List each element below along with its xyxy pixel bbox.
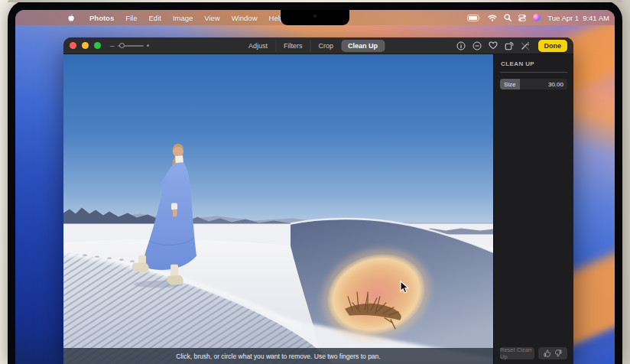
photo-canvas[interactable]: Click, brush, or circle what you want to…	[63, 54, 493, 364]
macbook-lid-edge	[8, 0, 622, 2]
menu-item-file[interactable]: File	[125, 14, 137, 22]
siri-icon[interactable]	[533, 14, 541, 21]
status-date: Tue Apr 1	[547, 14, 579, 22]
window-titlebar: – Adjust Filters Crop Clean Up	[63, 37, 573, 54]
display-notch	[281, 10, 349, 25]
wifi-icon[interactable]	[488, 15, 497, 21]
control-center-icon[interactable]	[518, 15, 526, 21]
menu-item-edit[interactable]: Edit	[149, 14, 161, 22]
apple-menu-icon[interactable]	[67, 13, 76, 22]
favorite-heart-icon[interactable]	[489, 41, 498, 50]
menu-item-view[interactable]: View	[204, 14, 219, 22]
zoom-slider-track[interactable]	[118, 45, 144, 47]
menu-item-photos[interactable]: Photos	[89, 14, 114, 22]
rotate-icon[interactable]	[505, 41, 514, 50]
tab-adjust[interactable]: Adjust	[241, 40, 276, 52]
brush-size-slider[interactable]: Size 30.00	[500, 79, 567, 89]
close-window-button[interactable]	[70, 42, 76, 49]
menu-bar-clock[interactable]: Tue Apr 1 9:41 AM	[547, 14, 609, 22]
brush-size-value: 30.00	[548, 81, 563, 88]
done-button[interactable]: Done	[538, 40, 568, 52]
cleanup-instruction-bar: Click, brush, or circle what you want to…	[63, 348, 493, 364]
cleanup-instruction-text: Click, brush, or circle what you want to…	[176, 353, 380, 360]
edit-mode-tabs: Adjust Filters Crop Clean Up	[241, 40, 385, 52]
macbook-product-shot: Photos File Edit Image View Window Help	[0, 0, 630, 364]
traffic-lights	[70, 42, 101, 49]
camera-icon	[313, 15, 317, 18]
remove-circle-icon[interactable]	[472, 41, 482, 50]
search-icon[interactable]	[504, 14, 511, 21]
window-body: Click, brush, or circle what you want to…	[63, 54, 573, 364]
zoom-slider[interactable]: –	[110, 42, 149, 50]
menu-items: Photos File Edit Image View Window Help	[67, 13, 284, 22]
menu-item-image[interactable]: Image	[173, 14, 193, 22]
zoom-slider-end-dot	[147, 44, 149, 47]
brush-size-label: Size	[504, 81, 516, 88]
reset-clean-up-button[interactable]: Reset Clean Up	[500, 347, 534, 359]
macbook-screen: Photos File Edit Image View Window Help	[15, 10, 615, 364]
zoom-out-icon: –	[110, 42, 115, 50]
photo-sky	[63, 54, 493, 232]
menu-item-window[interactable]: Window	[232, 14, 258, 22]
sidebar-title: CLEAN UP	[501, 60, 567, 67]
info-icon[interactable]	[456, 41, 466, 50]
feedback-buttons	[538, 347, 567, 359]
enhance-wand-icon[interactable]	[521, 41, 530, 50]
titlebar-icons: Done	[456, 40, 568, 52]
photo-illustration	[63, 54, 493, 364]
tab-filters[interactable]: Filters	[276, 40, 311, 52]
zoom-slider-handle[interactable]	[119, 43, 125, 48]
tab-clean-up[interactable]: Clean Up	[341, 40, 385, 52]
cleanup-sidebar: CLEAN UP Size 30.00 Reset Clean Up	[493, 54, 573, 364]
minimize-window-button[interactable]	[82, 42, 89, 49]
zoom-window-button[interactable]	[94, 42, 101, 49]
tab-crop[interactable]: Crop	[310, 40, 341, 52]
battery-icon[interactable]	[467, 15, 481, 21]
menu-bar-status: Tue Apr 1 9:41 AM	[467, 14, 609, 22]
sidebar-divider	[500, 72, 567, 73]
status-time: 9:41 AM	[583, 14, 609, 22]
sidebar-bottom-row: Reset Clean Up	[500, 347, 567, 359]
thumbs-up-icon[interactable]	[544, 349, 550, 357]
thumbs-down-icon[interactable]	[555, 349, 562, 357]
photos-window: – Adjust Filters Crop Clean Up	[63, 37, 573, 364]
